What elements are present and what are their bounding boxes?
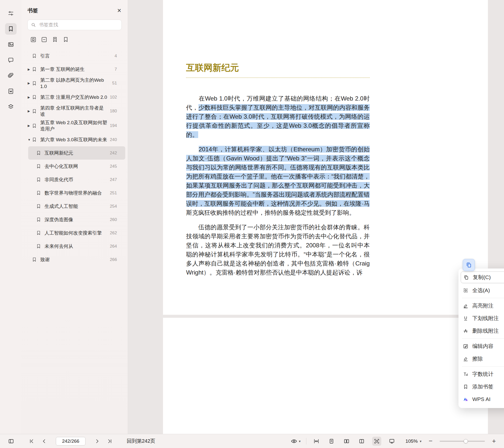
menu-item-wps-ai[interactable]: WPS AI <box>458 393 504 406</box>
crop-view-button[interactable] <box>372 437 381 446</box>
bookmark-item[interactable]: 生成式人工智能254 <box>28 200 125 213</box>
bookmark-item[interactable]: 深度伪造图像260 <box>28 213 125 226</box>
presentation-button[interactable] <box>387 437 396 446</box>
bookmark-label: 第二章 以静态网页为主的Web 1.0 <box>40 77 110 89</box>
locate-bookmark-button[interactable] <box>51 35 59 44</box>
expand-all-bookmarks-button[interactable] <box>29 35 37 44</box>
menu-item-add-bookmark[interactable]: 添加书签 <box>458 380 504 393</box>
expand-arrow-icon[interactable]: ▶ <box>28 124 32 127</box>
bookmark-item[interactable]: 人工智能如何改变搜索引擎262 <box>28 226 125 240</box>
menu-item-edit-content[interactable]: 编辑内容 <box>458 340 504 352</box>
bookmark-item[interactable]: ▼第六章 Web 3.0和互联网的未来240 <box>24 133 125 146</box>
menu-item-copy[interactable]: 复制(C) <box>461 272 504 283</box>
underline-icon <box>463 316 469 321</box>
zoom-out-button[interactable]: − <box>427 437 434 445</box>
chevron-right-icon <box>94 438 100 444</box>
text-line: 进行了整合；在Web 3.0时代，互联网将打破传统模式，为网络的运 <box>186 112 370 121</box>
first-page-button[interactable] <box>27 437 36 446</box>
single-page-view-button[interactable] <box>327 437 336 446</box>
collapse-all-icon <box>41 36 47 43</box>
rail-web-page-button[interactable] <box>5 85 17 97</box>
book-view-button[interactable] <box>357 437 366 446</box>
bookmark-label: 非同质化代币 <box>45 176 107 183</box>
menu-item-underline-note[interactable]: 下划线附注 <box>458 312 504 325</box>
bookmark-outline-icon <box>63 36 69 43</box>
next-page-button[interactable] <box>93 437 102 446</box>
selected-text-segment: 如果某项互联网服务出了问题，那么整个互联网都可能受到冲击，大 <box>186 182 370 189</box>
chevron-down-icon: ▾ <box>299 439 301 443</box>
fit-width-button[interactable] <box>312 437 321 446</box>
menu-item-strikeout-note[interactable]: 删除线附注 <box>458 325 504 337</box>
bookmark-label: 数字世界与物理世界的融合 <box>45 190 107 196</box>
bottom-toolbar: 回到第242页 ▾ <box>0 434 504 448</box>
bookmark-search-input[interactable] <box>38 22 118 28</box>
page-number-input[interactable] <box>56 437 86 445</box>
back-to-page-button[interactable]: 回到第242页 <box>127 438 155 444</box>
expand-arrow-icon[interactable]: ▶ <box>28 81 32 85</box>
pdf-page-next <box>163 318 488 434</box>
quick-copy-button[interactable] <box>463 259 475 271</box>
bookmarks-panel-header: 书签 × <box>21 0 128 14</box>
bookmark-item[interactable]: 去中心化互联网245 <box>28 160 125 173</box>
bookmark-page-number: 251 <box>110 191 117 196</box>
bookmark-item[interactable]: 非同质化代币247 <box>28 173 125 186</box>
close-icon[interactable]: × <box>117 7 121 14</box>
bookmark-item[interactable]: 互联网新纪元242 <box>28 146 125 160</box>
two-page-view-button[interactable] <box>342 437 351 446</box>
rail-layers-button[interactable] <box>5 101 17 113</box>
bookmark-label: 引言 <box>40 53 112 59</box>
menu-divider <box>462 338 504 339</box>
read-mode-button[interactable]: ▾ <box>291 438 301 444</box>
selected-text-segment: 进行了整合；在Web 3.0时代，互联网将打破传统模式，为网络的运 <box>186 113 370 120</box>
bookmark-item[interactable]: ▶第三章 注重用户交互的Web 2.0102 <box>24 91 125 104</box>
bookmark-icon <box>36 231 41 235</box>
menu-item-label: 字数统计 <box>472 371 493 378</box>
selected-text-segment: 误时，互联网服务可能会中断，这种情况并不少见。例如，在埃隆·马 <box>186 200 370 207</box>
expand-arrow-icon[interactable]: ▶ <box>28 96 32 99</box>
add-bookmark-button[interactable] <box>61 35 70 44</box>
zoom-slider[interactable] <box>440 441 485 442</box>
bookmark-label: 生成式人工智能 <box>45 203 107 209</box>
menu-divider <box>462 366 504 367</box>
expand-arrow-icon[interactable]: ▶ <box>28 68 32 71</box>
rail-attachments-button[interactable] <box>5 70 17 81</box>
menu-item-highlight-note[interactable]: 高亮附注 <box>458 299 504 312</box>
bookmark-item[interactable]: 致谢266 <box>24 253 125 266</box>
toggle-sidebar-button[interactable] <box>7 437 16 446</box>
toolbar-divider <box>306 438 306 444</box>
edit-icon <box>463 343 469 349</box>
bookmark-icon <box>36 217 41 222</box>
bookmark-toolbar <box>29 35 128 44</box>
previous-page-button[interactable] <box>40 437 49 446</box>
bookmark-item[interactable]: ▶第二章 以静态网页为主的Web 1.051 <box>24 76 125 91</box>
bookmark-item[interactable]: 未来何去何从264 <box>28 240 125 253</box>
menu-item-word-count[interactable]: 字数统计 <box>458 368 504 380</box>
collapse-all-bookmarks-button[interactable] <box>40 35 48 44</box>
zoom-level-value: 105% <box>405 438 418 444</box>
bookmark-page-number: 245 <box>110 164 117 169</box>
zoom-in-button[interactable]: + <box>490 437 497 445</box>
bookmark-page-number: 266 <box>110 257 117 262</box>
chevron-left-icon <box>41 438 47 444</box>
rail-bookmarks-button[interactable] <box>5 23 17 35</box>
menu-item-select-all[interactable]: 全选(A) <box>458 284 504 297</box>
menu-item-label: WPS AI <box>472 396 490 402</box>
zoom-level-dropdown[interactable]: 105% ▾ <box>405 438 422 444</box>
rail-images-button[interactable] <box>5 39 17 50</box>
text-line: 在Web 1.0时代，万维网建立了基础的网络结构；在Web 2.0时 <box>186 94 370 103</box>
last-page-button[interactable] <box>105 437 114 446</box>
bookmark-item[interactable]: ▶第四章 全球互联网的主导者是谁180 <box>24 104 125 118</box>
expand-arrow-icon[interactable]: ▶ <box>28 109 32 113</box>
rail-outline-button[interactable] <box>5 8 17 19</box>
expand-arrow-icon[interactable]: ▼ <box>28 138 32 142</box>
bookmark-item[interactable]: 数字世界与物理世界的融合251 <box>28 186 125 200</box>
bookmark-item[interactable]: ▶第一章 互联网的诞生7 <box>24 63 125 76</box>
zoom-slider-handle[interactable] <box>464 439 468 443</box>
rail-comments-button[interactable] <box>5 54 17 66</box>
bookmark-item[interactable]: 引言4 <box>24 49 125 63</box>
menu-item-erase[interactable]: 擦除 <box>458 352 504 365</box>
bookmark-item[interactable]: ▶第五章 Web 2.0及互联网如何塑造用户194 <box>24 118 125 133</box>
bookmark-search-box[interactable] <box>27 20 122 30</box>
bookmark-tree: 引言4 ▶第一章 互联网的诞生7 ▶第二章 以静态网页为主的Web 1.051 … <box>21 49 128 266</box>
strikethrough-icon <box>463 328 469 334</box>
